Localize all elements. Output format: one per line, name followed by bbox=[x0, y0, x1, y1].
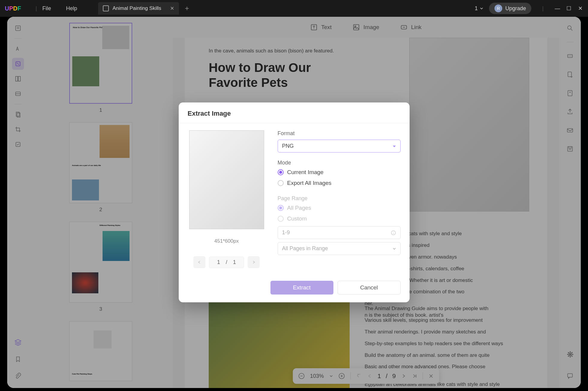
range-filter-select: All Pages in Range bbox=[278, 242, 401, 255]
image-dimensions: 451*600px bbox=[188, 238, 266, 244]
tab-title: Animal Painting Skills bbox=[112, 5, 161, 11]
menu-file[interactable]: File bbox=[42, 5, 51, 12]
close-icon[interactable]: ✕ bbox=[577, 5, 583, 12]
image-pager: 1 / 1 bbox=[209, 256, 244, 268]
radio-icon bbox=[278, 205, 284, 211]
menu-help[interactable]: Help bbox=[66, 5, 77, 12]
separator: | bbox=[35, 5, 37, 12]
prev-image-icon[interactable] bbox=[193, 256, 205, 268]
app-body: How to Draw Our Favorite Pets 1 Animals … bbox=[7, 17, 581, 388]
separator: | bbox=[542, 5, 544, 12]
upgrade-button[interactable]: R Upgrade bbox=[489, 3, 531, 14]
format-select[interactable]: PNG bbox=[278, 140, 401, 153]
mode-all-radio[interactable]: Export All Images bbox=[278, 180, 401, 186]
radio-icon bbox=[278, 169, 284, 175]
upgrade-label: Upgrade bbox=[505, 5, 526, 12]
svg-point-21 bbox=[391, 231, 395, 235]
view-count-dropdown[interactable]: 1 bbox=[475, 5, 484, 12]
maximize-icon[interactable]: ☐ bbox=[566, 5, 572, 12]
titlebar: UPDF | File Help Animal Painting Skills … bbox=[0, 0, 588, 17]
image-preview bbox=[189, 130, 264, 229]
chevron-down-icon bbox=[392, 144, 396, 148]
document-tab[interactable]: Animal Painting Skills × bbox=[98, 2, 179, 15]
tab-doc-icon bbox=[103, 5, 109, 11]
dialog-title: Extract Image bbox=[179, 102, 410, 123]
next-image-icon[interactable] bbox=[248, 256, 260, 268]
chevron-down-icon bbox=[392, 247, 396, 250]
new-tab-button[interactable]: + bbox=[185, 4, 189, 13]
mode-current-radio[interactable]: Current Image bbox=[278, 169, 401, 176]
page-range-input: 1-9 bbox=[278, 226, 401, 239]
range-custom-radio: Custom bbox=[278, 215, 401, 222]
minimize-icon[interactable]: — bbox=[554, 5, 560, 12]
modal-overlay: Extract Image 451*600px 1 / 1 bbox=[7, 17, 581, 388]
radio-icon bbox=[278, 216, 284, 222]
chevron-down-icon bbox=[479, 6, 484, 10]
range-label: Page Range bbox=[278, 195, 401, 202]
avatar: R bbox=[494, 4, 502, 12]
view-count: 1 bbox=[475, 5, 478, 12]
app-logo: UPDF bbox=[5, 5, 21, 12]
cancel-button[interactable]: Cancel bbox=[338, 281, 401, 295]
range-all-radio: All Pages bbox=[278, 205, 401, 211]
radio-icon bbox=[278, 180, 284, 186]
mode-label: Mode bbox=[278, 160, 401, 166]
extract-button[interactable]: Extract bbox=[270, 281, 333, 295]
extract-image-dialog: Extract Image 451*600px 1 / 1 bbox=[179, 102, 410, 302]
help-icon bbox=[391, 230, 396, 235]
format-label: Format bbox=[278, 130, 401, 137]
close-tab-icon[interactable]: × bbox=[170, 4, 174, 12]
